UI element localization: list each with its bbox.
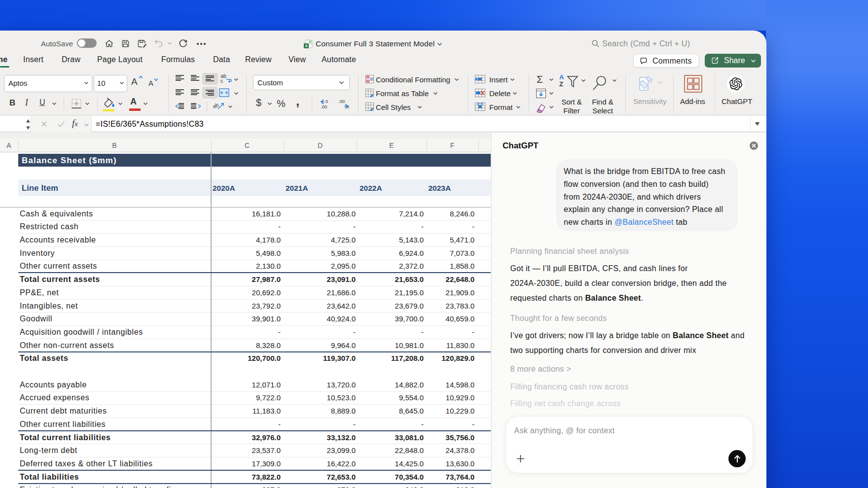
svg-text:.00: .00 <box>338 99 345 104</box>
svg-text:X: X <box>305 43 308 48</box>
svg-text:0: 0 <box>326 99 328 104</box>
svg-text:0: 0 <box>347 104 349 109</box>
svg-text:.00: .00 <box>321 104 327 109</box>
